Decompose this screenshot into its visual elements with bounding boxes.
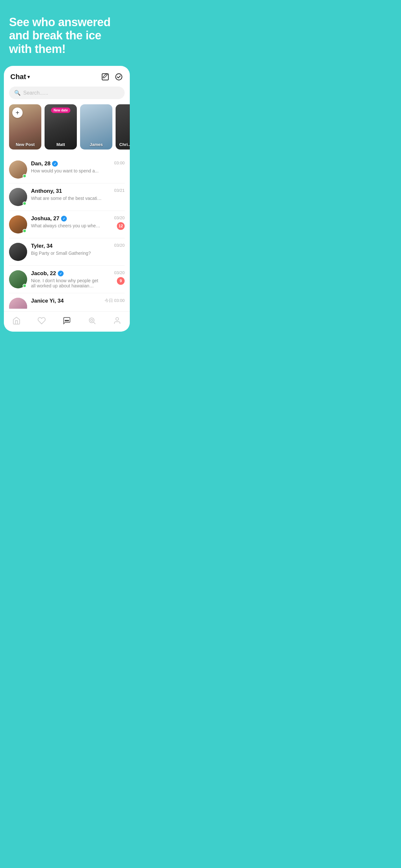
svg-point-2 xyxy=(65,320,66,321)
chat-name-row-anthony: Anthony, 31 xyxy=(31,188,110,194)
svg-point-3 xyxy=(66,320,67,321)
profile-icon xyxy=(113,316,122,325)
verified-icon-dan xyxy=(52,161,58,166)
chat-content-dan: Dan, 28 How would you want to spend a... xyxy=(31,160,110,174)
app-card: Chat ▾ 🔍 Search...... xyxy=(4,66,130,332)
chat-list: Dan, 28 How would you want to spend a...… xyxy=(4,156,130,309)
chat-item-anthony[interactable]: Anthony, 31 What are some of the best va… xyxy=(9,183,125,211)
svg-point-4 xyxy=(68,320,69,321)
bottom-nav xyxy=(4,311,130,332)
chat-time-anthony: 03/21 xyxy=(114,188,125,193)
chat-name-row-dan: Dan, 28 xyxy=(31,160,110,167)
discover-icon xyxy=(88,316,96,325)
chat-item-tyler[interactable]: Tyler, 34 Big Party or Small Gathering? … xyxy=(9,238,125,266)
story-james[interactable]: James xyxy=(80,104,112,150)
hero-title: See who answered and break the ice with … xyxy=(9,16,125,56)
story-matt[interactable]: New date Matt xyxy=(44,104,77,150)
chat-content-janice: Janice Yi, 34 xyxy=(31,298,101,306)
story-label-new-post: New Post xyxy=(9,142,41,147)
chat-name-janice: Janice Yi, 34 xyxy=(31,298,64,304)
avatar-wrap-janice xyxy=(9,298,27,309)
story-label-matt: Matt xyxy=(44,142,77,147)
nav-item-likes[interactable] xyxy=(37,316,46,325)
chat-name-row-jacob: Jacob, 22 xyxy=(31,270,110,277)
checkmark-circle-icon xyxy=(115,73,123,81)
verified-icon-joshua xyxy=(61,216,67,221)
svg-point-7 xyxy=(116,317,119,320)
chat-content-anthony: Anthony, 31 What are some of the best va… xyxy=(31,188,110,201)
nav-item-chat[interactable] xyxy=(62,316,71,325)
story-chris[interactable]: Chri... xyxy=(116,104,130,150)
online-indicator-joshua xyxy=(23,229,27,233)
chat-time-janice: 今日 03:00 xyxy=(104,298,125,304)
compose-button[interactable] xyxy=(101,72,110,82)
chat-time-dan: 03:00 xyxy=(114,160,125,165)
chat-name-jacob: Jacob, 22 xyxy=(31,270,56,277)
new-date-badge: New date xyxy=(51,107,70,113)
nav-item-discover[interactable] xyxy=(88,316,96,325)
avatar-wrap-anthony xyxy=(9,188,27,206)
home-icon xyxy=(12,316,21,325)
chat-item-dan[interactable]: Dan, 28 How would you want to spend a...… xyxy=(9,156,125,183)
story-new-post[interactable]: + New Post xyxy=(9,104,41,150)
chat-header: Chat ▾ xyxy=(4,72,130,87)
chat-content-tyler: Tyler, 34 Big Party or Small Gathering? xyxy=(31,243,110,256)
avatar-wrap-joshua xyxy=(9,215,27,234)
unread-badge-jacob: 9 xyxy=(117,277,125,285)
avatar-janice xyxy=(9,298,27,309)
svg-point-1 xyxy=(116,73,122,80)
chat-meta-tyler: 03/20 xyxy=(114,243,125,248)
avatar-wrap-jacob xyxy=(9,270,27,288)
online-indicator-dan xyxy=(23,174,27,178)
chat-preview-anthony: What are some of the best vacations... xyxy=(31,196,102,201)
chat-time-jacob: 03/20 xyxy=(114,270,125,275)
chat-time-tyler: 03/20 xyxy=(114,243,125,248)
header-actions xyxy=(101,72,123,82)
search-icon: 🔍 xyxy=(14,90,21,96)
compose-icon xyxy=(101,73,110,81)
chat-name-anthony: Anthony, 31 xyxy=(31,188,62,194)
chevron-down-icon: ▾ xyxy=(27,74,30,80)
chat-name-row-joshua: Joshua, 27 xyxy=(31,215,110,222)
unread-badge-joshua: 12 xyxy=(117,222,125,230)
hero-section: See who answered and break the ice with … xyxy=(0,0,134,66)
verified-icon-jacob xyxy=(58,271,64,276)
search-input[interactable]: Search...... xyxy=(23,90,48,96)
story-label-chris: Chri... xyxy=(116,142,130,147)
nav-item-profile[interactable] xyxy=(113,316,122,325)
online-indicator-anthony xyxy=(23,202,27,206)
heart-icon xyxy=(37,316,46,325)
avatar-tyler xyxy=(9,243,27,261)
chat-name-row-janice: Janice Yi, 34 xyxy=(31,298,101,304)
chat-content-joshua: Joshua, 27 What always cheers you up whe… xyxy=(31,215,110,228)
chat-item-joshua[interactable]: Joshua, 27 What always cheers you up whe… xyxy=(9,211,125,238)
chat-name-row-tyler: Tyler, 34 xyxy=(31,243,110,249)
chat-preview-dan: How would you want to spend a... xyxy=(31,168,102,174)
chat-meta-joshua: 03/20 12 xyxy=(114,215,125,230)
avatar-wrap-dan xyxy=(9,160,27,179)
svg-point-5 xyxy=(89,318,94,323)
add-story-button[interactable]: + xyxy=(12,107,23,118)
chat-item-jacob[interactable]: Jacob, 22 Nice. I don't know why people … xyxy=(9,266,125,293)
chat-preview-joshua: What always cheers you up when you... xyxy=(31,223,102,228)
chat-meta-janice: 今日 03:00 xyxy=(104,298,125,304)
stories-row: + New Post New date Matt James Chri... xyxy=(4,104,130,156)
chat-name-tyler: Tyler, 34 xyxy=(31,243,53,249)
chat-title-text: Chat xyxy=(10,73,26,81)
chat-preview-tyler: Big Party or Small Gathering? xyxy=(31,251,102,256)
nav-item-home[interactable] xyxy=(12,316,21,325)
chat-name-dan: Dan, 28 xyxy=(31,160,50,167)
chat-name-joshua: Joshua, 27 xyxy=(31,215,59,222)
avatar-wrap-tyler xyxy=(9,243,27,261)
check-button[interactable] xyxy=(114,72,123,82)
svg-point-6 xyxy=(91,319,93,321)
chat-preview-jacob: Nice. I don't know why people get all wo… xyxy=(31,278,102,288)
chat-meta-anthony: 03/21 xyxy=(114,188,125,193)
chat-title-group[interactable]: Chat ▾ xyxy=(10,73,30,81)
search-bar[interactable]: 🔍 Search...... xyxy=(9,87,125,99)
chat-content-jacob: Jacob, 22 Nice. I don't know why people … xyxy=(31,270,110,288)
chat-item-janice[interactable]: Janice Yi, 34 今日 03:00 xyxy=(9,293,125,309)
chat-meta-jacob: 03/20 9 xyxy=(114,270,125,285)
online-indicator-jacob xyxy=(23,284,27,288)
chat-bubble-icon xyxy=(62,316,71,325)
